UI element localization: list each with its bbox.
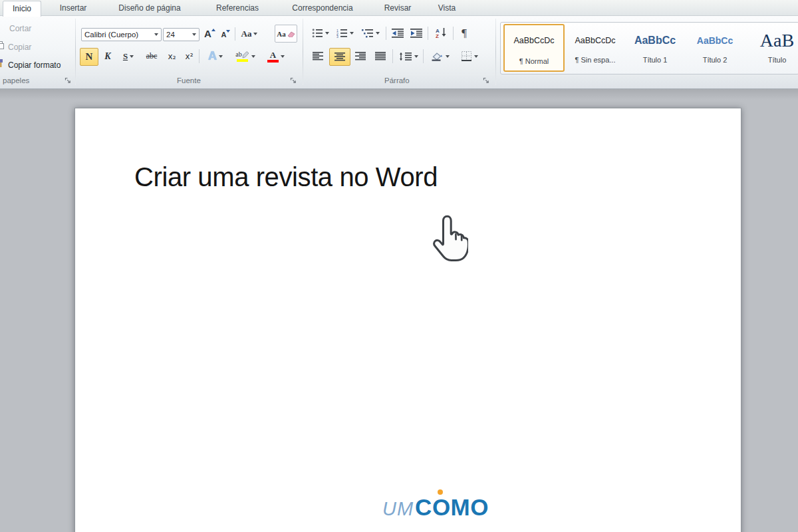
style-titulo[interactable]: AaB Título [745, 25, 798, 69]
pilcrow-icon: ¶ [462, 27, 467, 40]
shrink-font-button[interactable]: A [219, 28, 233, 41]
style-titulo-1[interactable]: AaBbCc Título 1 [626, 25, 684, 69]
group-separator [303, 19, 303, 85]
numbering-icon: 123 [336, 29, 348, 38]
style-sample: AaBbCcDc [505, 31, 563, 51]
style-sin-espaciado[interactable]: AaBbCcDc ¶ Sin espa... [566, 25, 624, 69]
underline-button[interactable]: S [118, 48, 139, 65]
chevron-down-icon [192, 33, 196, 36]
chevron-down-icon [253, 33, 257, 35]
font-size-value: 24 [166, 31, 175, 39]
document-heading-text[interactable]: Criar uma revista no Word [134, 162, 438, 192]
svg-text:3: 3 [336, 35, 338, 38]
cut-button[interactable]: Cortar [9, 24, 31, 33]
tab-referencias[interactable]: Referencias [207, 1, 267, 15]
clipboard-dialog-launcher-icon[interactable] [65, 77, 72, 85]
numbering-button[interactable]: 123 [333, 26, 356, 41]
text-highlight-button[interactable]: ab [231, 48, 259, 65]
line-spacing-button[interactable] [396, 48, 421, 65]
style-sample: AaBbCcDc [566, 31, 624, 51]
tab-inicio[interactable]: Inicio [3, 1, 41, 17]
logo-um-text: UM [382, 498, 414, 520]
font-name-combobox[interactable]: Calibri (Cuerpo) [81, 28, 162, 41]
strikethrough-button[interactable]: abc [141, 48, 162, 65]
paragraph-group-label: Párrafo [384, 76, 410, 84]
superscript-label: x² [186, 52, 194, 61]
decrease-indent-button[interactable] [389, 26, 406, 41]
align-center-button[interactable] [329, 48, 350, 66]
chevron-down-icon [281, 55, 285, 58]
style-label: ¶ Normal [505, 57, 563, 65]
tab-insertar[interactable]: Insertar [52, 1, 94, 15]
shading-button[interactable] [426, 48, 454, 65]
clear-formatting-button[interactable]: Aa [275, 25, 297, 43]
strikethrough-label: abc [146, 51, 158, 61]
shrink-arrow-icon [226, 30, 230, 33]
group-separator [495, 19, 496, 85]
grow-arrow-icon [211, 29, 215, 31]
chevron-down-icon [130, 55, 134, 58]
style-sample: AaB [745, 31, 798, 51]
align-right-icon [355, 52, 366, 61]
show-paragraph-marks-button[interactable]: ¶ [456, 25, 472, 41]
bold-label: N [86, 51, 93, 63]
chevron-down-icon [350, 32, 354, 35]
bullets-icon [312, 29, 323, 38]
paragraph-dialog-launcher-icon[interactable] [483, 77, 491, 85]
tab-diseno-de-pagina[interactable]: Diseño de página [108, 1, 192, 15]
align-left-button[interactable] [309, 48, 327, 65]
align-right-button[interactable] [351, 48, 370, 65]
subscript-button[interactable]: x₂ [164, 48, 180, 65]
logo-como-text: COMO [415, 494, 489, 521]
increase-indent-button[interactable] [408, 26, 425, 41]
justify-icon [375, 52, 386, 61]
sort-button[interactable]: AZ [431, 25, 451, 41]
style-normal[interactable]: AaBbCcDc ¶ Normal [503, 24, 565, 72]
chevron-down-icon [376, 32, 380, 35]
logo-como-word: COMO [415, 494, 489, 520]
format-painter-button[interactable]: Copiar formato [8, 61, 61, 70]
document-page[interactable]: Criar uma revista no Word UM COMO [74, 108, 741, 532]
eraser-icon [287, 31, 295, 37]
style-titulo-2[interactable]: AaBbCc Título 2 [686, 25, 744, 69]
copy-icon [0, 41, 4, 50]
grow-font-button[interactable]: A [202, 27, 217, 41]
style-label: Título 1 [626, 56, 684, 64]
font-group-label: Fuente [177, 76, 201, 84]
group-separator [75, 19, 76, 85]
chevron-down-icon [219, 55, 223, 58]
change-case-button[interactable]: Aa [237, 27, 261, 41]
separator [235, 27, 235, 41]
chevron-down-icon [474, 55, 478, 58]
multilevel-list-button[interactable] [358, 26, 383, 41]
grow-font-label: A [204, 28, 211, 39]
tab-vista[interactable]: Vista [430, 1, 464, 15]
tab-revisar[interactable]: Revisar [378, 1, 418, 15]
clipboard-group-label: papeles [3, 76, 29, 84]
separator [423, 49, 424, 63]
text-effects-button[interactable]: A [202, 48, 229, 65]
superscript-button[interactable]: x² [181, 48, 198, 65]
borders-icon [461, 51, 472, 62]
text-effects-label: A [208, 49, 217, 63]
bold-button[interactable]: N [80, 48, 98, 66]
font-dialog-launcher-icon[interactable] [290, 77, 298, 85]
font-color-button[interactable]: A [262, 48, 290, 65]
separator [392, 49, 393, 63]
shrink-font-label: A [221, 31, 227, 39]
separator [386, 27, 386, 40]
bullets-button[interactable] [309, 26, 331, 41]
chevron-down-icon [325, 32, 329, 35]
chevron-down-icon [251, 55, 255, 58]
copy-button[interactable]: Copiar [8, 43, 31, 52]
justify-button[interactable] [371, 48, 390, 65]
shading-bucket-icon [431, 51, 444, 61]
style-label: Título 2 [686, 56, 744, 64]
font-size-combobox[interactable]: 24 [163, 28, 200, 41]
underline-label: S [123, 51, 128, 62]
umcomo-logo[interactable]: UM COMO [376, 494, 495, 521]
italic-button[interactable]: K [100, 48, 116, 65]
borders-button[interactable] [456, 48, 483, 65]
tab-correspondencia[interactable]: Correspondencia [282, 1, 363, 15]
separator [199, 49, 200, 63]
